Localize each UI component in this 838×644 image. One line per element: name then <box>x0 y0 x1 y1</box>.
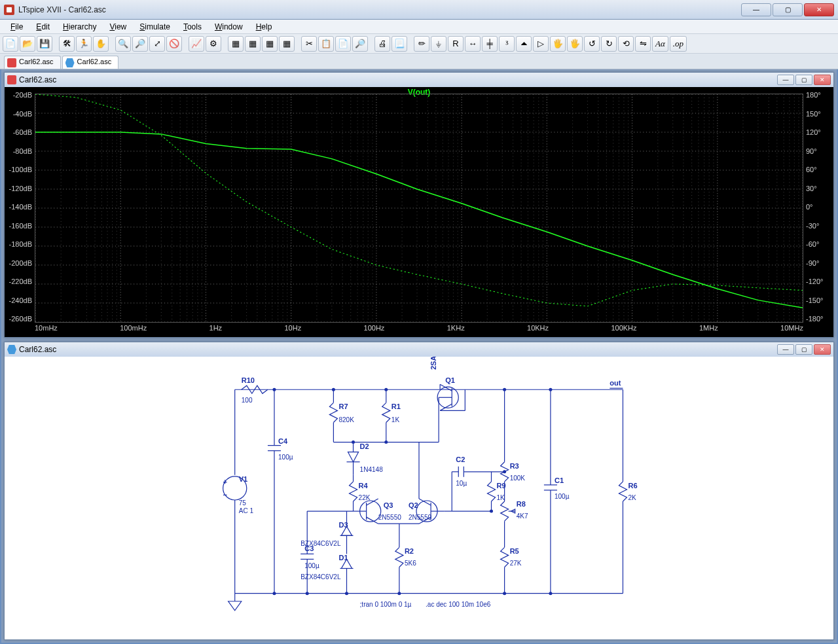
tool-inductor[interactable]: ᶾ <box>499 36 515 52</box>
plot-min-button[interactable]: — <box>777 75 794 85</box>
tool-printsetup[interactable]: 📃 <box>392 36 407 52</box>
y-axis-right[interactable]: 180°150° 120°90° 60°30° 0°-30° -60°-90° … <box>803 91 833 323</box>
svg-point-222 <box>332 388 335 391</box>
bode-plot[interactable]: V(out) -20dB-40dB -60dB-80dB -100dB-120d… <box>5 87 833 337</box>
plot-close-button[interactable]: ✕ <box>814 75 831 85</box>
window-controls: — ▢ ✕ <box>740 3 834 16</box>
tab-waveform[interactable]: Carl62.asc <box>4 56 61 69</box>
tool-print[interactable]: 🖨 <box>374 36 390 52</box>
y-axis-left[interactable]: -20dB-40dB -60dB-80dB -100dB-120dB -140d… <box>5 91 35 323</box>
tool-undo[interactable]: ↺ <box>584 36 600 52</box>
tool-copy[interactable]: 📋 <box>318 36 334 52</box>
svg-text:out: out <box>610 379 621 387</box>
tool-cut[interactable]: ✂ <box>301 36 317 52</box>
svg-text:C2: C2 <box>456 456 465 463</box>
tool-save[interactable]: 💾 <box>37 36 52 52</box>
tool-ground[interactable]: ⏚ <box>431 36 446 52</box>
menu-window[interactable]: Window <box>208 21 249 33</box>
tool-tile2[interactable]: ▦ <box>245 36 261 52</box>
svg-text:Q2: Q2 <box>409 501 418 509</box>
svg-text:R1: R1 <box>392 402 401 410</box>
plot-max-button[interactable]: ▢ <box>795 75 812 85</box>
svg-text:+: + <box>223 478 227 486</box>
tool-cap[interactable]: ╪ <box>482 36 498 52</box>
tool-move[interactable]: 🖐 <box>550 36 566 52</box>
toolbar: 📄 📂 💾 🛠 🏃 ✋ 🔍 🔎 ⤢ 🚫 📈 ⚙ ▦ ▦ ▦ ▦ ✂ 📋 📄 🔎 … <box>0 34 838 54</box>
tool-paste[interactable]: 📄 <box>335 36 351 52</box>
svg-line-131 <box>367 517 378 524</box>
tool-rotate[interactable]: ⟲ <box>618 36 634 52</box>
svg-text:−: − <box>223 491 227 499</box>
tool-resistor[interactable]: R <box>448 36 464 52</box>
tool-component[interactable]: ▷ <box>533 36 549 52</box>
svg-text:1K: 1K <box>392 416 400 423</box>
svg-text:22K: 22K <box>359 494 371 501</box>
svg-point-223 <box>384 388 388 391</box>
tool-find[interactable]: 🔎 <box>352 36 368 52</box>
close-button[interactable]: ✕ <box>804 3 834 16</box>
schematic-window-title: Carl62.asc <box>19 345 56 354</box>
menu-file[interactable]: File <box>4 21 29 33</box>
tool-run[interactable]: 🏃 <box>76 36 92 52</box>
svg-line-141 <box>419 499 431 505</box>
svg-marker-119 <box>348 452 358 462</box>
tool-text[interactable]: Aα <box>652 36 668 52</box>
menu-simulate[interactable]: Simulate <box>133 21 177 33</box>
sch-max-button[interactable]: ▢ <box>795 344 812 355</box>
svg-text:2SA1011: 2SA1011 <box>429 357 437 370</box>
svg-point-221 <box>272 388 276 391</box>
tool-mirror[interactable]: ⇋ <box>635 36 651 52</box>
maximize-button[interactable]: ▢ <box>773 3 803 16</box>
tool-new[interactable]: 📄 <box>3 36 18 52</box>
tool-zoomin[interactable]: 🔍 <box>115 36 131 52</box>
plot-window-titlebar[interactable]: Carl62.asc — ▢ ✕ <box>5 73 833 87</box>
svg-point-235 <box>490 510 493 513</box>
tool-diode[interactable]: ⏶ <box>516 36 532 52</box>
svg-text:C1: C1 <box>555 476 564 484</box>
sch-close-button[interactable]: ✕ <box>814 344 831 355</box>
svg-text:75: 75 <box>239 499 247 507</box>
svg-text:5K6: 5K6 <box>405 560 416 567</box>
svg-text:4K7: 4K7 <box>517 512 528 520</box>
tool-netlabel[interactable]: ↔ <box>465 36 481 52</box>
svg-text:.ac dec 100 10m 10e6: .ac dec 100 10m 10e6 <box>426 601 491 608</box>
menu-hierarchy[interactable]: Hierarchy <box>56 21 103 33</box>
tool-spicedir[interactable]: .op <box>670 36 687 52</box>
svg-text:R8: R8 <box>517 500 526 508</box>
x-axis[interactable]: 10mHz100mHz 1Hz10Hz 100Hz1KHz 10KHz100KH… <box>35 324 803 336</box>
svg-text:R7: R7 <box>338 402 348 410</box>
tool-tile1[interactable]: ▦ <box>228 36 244 52</box>
plot-grid <box>35 94 803 323</box>
waveform-icon <box>7 75 16 84</box>
tool-autorange[interactable]: 📈 <box>189 36 204 52</box>
menu-view[interactable]: View <box>103 21 133 33</box>
tool-pan[interactable]: ✋ <box>93 36 109 52</box>
tool-settings[interactable]: ⚙ <box>206 36 221 52</box>
tab-schematic[interactable]: Carl62.asc <box>62 56 119 69</box>
sch-min-button[interactable]: — <box>777 344 794 355</box>
svg-text:C3: C3 <box>304 545 314 552</box>
tool-tile4[interactable]: ▦ <box>279 36 295 52</box>
svg-point-234 <box>503 470 506 473</box>
menu-edit[interactable]: Edit <box>29 21 56 33</box>
svg-point-226 <box>272 592 276 595</box>
tool-drawwire[interactable]: ✏ <box>414 36 429 52</box>
svg-text:D3: D3 <box>338 521 348 529</box>
tool-zoomoff[interactable]: 🚫 <box>166 36 182 52</box>
menu-help[interactable]: Help <box>249 21 279 33</box>
tool-hammer[interactable]: 🛠 <box>59 36 75 52</box>
minimize-button[interactable]: — <box>741 3 771 16</box>
svg-text:D2: D2 <box>360 442 369 450</box>
svg-text:2N5550: 2N5550 <box>378 514 402 521</box>
tool-tile3[interactable]: ▦ <box>262 36 278 52</box>
tool-redo[interactable]: ↻ <box>601 36 617 52</box>
tool-open[interactable]: 📂 <box>20 36 35 52</box>
tool-drag[interactable]: 🖐 <box>567 36 583 52</box>
schematic-window-titlebar[interactable]: Carl62.asc — ▢ ✕ <box>5 342 833 357</box>
svg-text:Q3: Q3 <box>384 501 393 509</box>
tool-zoomfit[interactable]: ⤢ <box>149 36 165 52</box>
schematic-canvas[interactable]: + − V1 75 AC 1 R10 100 C4 100µ <box>5 357 833 639</box>
tool-zoomout[interactable]: 🔎 <box>132 36 148 52</box>
svg-point-228 <box>345 592 348 595</box>
menu-tools[interactable]: Tools <box>177 21 208 33</box>
